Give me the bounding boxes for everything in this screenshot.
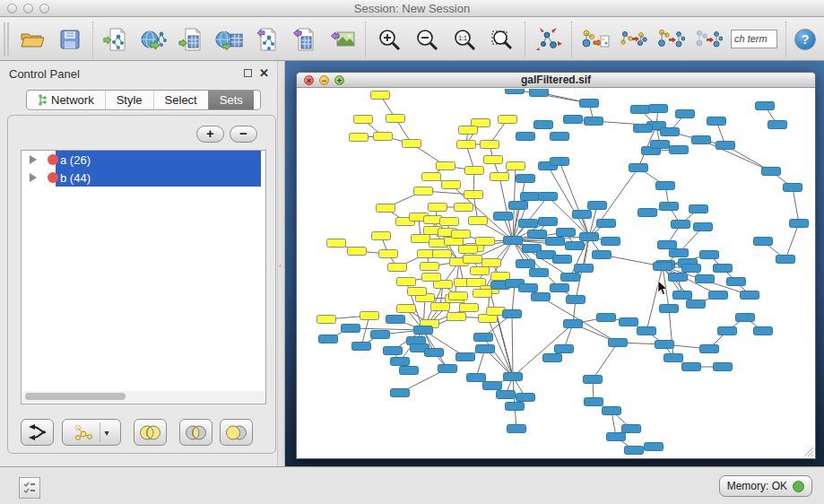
graph-node-selected[interactable] <box>459 246 478 254</box>
export-network-button[interactable] <box>252 24 282 55</box>
graph-node[interactable] <box>580 233 599 241</box>
graph-node[interactable] <box>756 102 775 110</box>
graph-node[interactable] <box>696 275 715 283</box>
graph-node-selected[interactable] <box>397 278 416 286</box>
graph-node[interactable] <box>352 343 371 351</box>
zoom-actual-button[interactable]: 1:1 <box>449 24 479 55</box>
graph-node[interactable] <box>516 175 535 183</box>
graph-node[interactable] <box>585 398 603 406</box>
graph-node[interactable] <box>551 284 569 292</box>
graph-node[interactable] <box>551 133 569 141</box>
graph-node[interactable] <box>528 230 547 239</box>
graph-node[interactable] <box>573 211 592 219</box>
graph-node-selected[interactable] <box>490 173 509 181</box>
graph-node-selected[interactable] <box>422 274 441 282</box>
graph-node[interactable] <box>687 300 706 308</box>
graph-node[interactable] <box>476 345 495 353</box>
graph-node-selected[interactable] <box>386 115 405 123</box>
export-image-button[interactable] <box>327 24 357 55</box>
graph-node-selected[interactable] <box>348 248 367 256</box>
graph-node[interactable] <box>474 334 493 342</box>
graph-node-selected[interactable] <box>484 156 503 164</box>
graph-node[interactable] <box>534 121 553 129</box>
graph-node-selected[interactable] <box>431 303 450 311</box>
graph-node[interactable] <box>506 89 525 94</box>
graph-node-selected[interactable] <box>499 116 517 124</box>
graph-node[interactable] <box>754 327 773 335</box>
graph-node[interactable] <box>638 327 656 335</box>
graph-node[interactable] <box>673 291 692 300</box>
graph-node-selected[interactable] <box>372 232 391 240</box>
graph-node[interactable] <box>762 168 781 176</box>
graph-node[interactable] <box>658 241 677 249</box>
graph-node[interactable] <box>638 209 657 217</box>
graph-node[interactable] <box>557 229 576 237</box>
graph-node[interactable] <box>319 335 338 343</box>
split-set-button[interactable] <box>21 419 54 446</box>
graph-node[interactable] <box>670 249 689 257</box>
graph-node-selected[interactable] <box>377 204 395 213</box>
import-network-url-button[interactable] <box>139 24 169 55</box>
graph-node[interactable] <box>714 363 733 371</box>
graph-node[interactable] <box>467 374 486 382</box>
graph-node[interactable] <box>575 265 594 273</box>
graph-node-selected[interactable] <box>388 264 407 272</box>
graph-node[interactable] <box>625 447 644 455</box>
graph-node[interactable] <box>516 260 535 268</box>
graph-node[interactable] <box>631 106 650 114</box>
zoom-out-button[interactable] <box>412 24 441 55</box>
copy-network-button[interactable] <box>580 24 610 55</box>
graph-node[interactable] <box>391 358 410 366</box>
splitter-grip-icon[interactable]: ‹ <box>279 262 284 270</box>
zoom-selected-button[interactable] <box>487 24 516 55</box>
dropdown-caret-icon[interactable]: ▾ <box>104 428 111 438</box>
difference-networks-button[interactable] <box>655 24 685 55</box>
set-list-item[interactable]: a (26) <box>22 151 265 169</box>
graph-node-selected[interactable] <box>327 239 346 248</box>
graph-node-selected[interactable] <box>457 141 476 149</box>
tab-sets[interactable]: Sets <box>208 91 254 109</box>
graph-node[interactable] <box>425 349 444 357</box>
graph-node[interactable] <box>494 213 513 221</box>
graph-node[interactable] <box>768 121 787 129</box>
graph-node[interactable] <box>597 314 616 322</box>
graph-node-selected[interactable] <box>481 141 499 149</box>
task-history-button[interactable] <box>19 477 40 499</box>
set-list-item[interactable]: b (44) <box>22 169 265 187</box>
graph-node-selected[interactable] <box>459 126 478 135</box>
graph-node-selected[interactable] <box>449 292 468 300</box>
graph-node[interactable] <box>509 202 528 210</box>
graph-node[interactable] <box>664 354 683 362</box>
apply-layout-button[interactable] <box>533 24 563 55</box>
expand-caret-icon[interactable] <box>30 173 37 182</box>
graph-node[interactable] <box>660 203 679 211</box>
horizontal-scrollbar[interactable] <box>23 391 264 402</box>
graph-node[interactable] <box>438 365 457 373</box>
graph-node-selected[interactable] <box>452 230 471 239</box>
graph-node[interactable] <box>519 284 538 292</box>
tab-style[interactable]: Style <box>105 91 153 109</box>
scrollbar-thumb[interactable] <box>25 393 126 400</box>
graph-node[interactable] <box>566 242 585 250</box>
resize-grip-icon[interactable] <box>802 446 813 456</box>
graph-node[interactable] <box>645 443 664 451</box>
set-row-selection[interactable]: a (26) <box>56 151 261 169</box>
graph-node[interactable] <box>629 164 648 172</box>
graph-node-selected[interactable] <box>354 116 373 124</box>
zoom-in-button[interactable] <box>374 24 403 55</box>
close-panel-icon[interactable]: ✕ <box>259 66 269 80</box>
add-set-button[interactable]: + <box>196 126 224 143</box>
import-network-file-button[interactable] <box>101 24 131 55</box>
graph-node[interactable] <box>564 320 583 328</box>
graph-node-selected[interactable] <box>447 313 466 321</box>
graph-node[interactable] <box>607 433 626 441</box>
graph-node[interactable] <box>660 305 679 313</box>
graph-node[interactable] <box>736 314 755 322</box>
intersection-networks-button[interactable] <box>693 24 723 55</box>
graph-node[interactable] <box>656 182 675 190</box>
graph-node[interactable] <box>516 133 535 141</box>
graph-node[interactable] <box>400 367 419 375</box>
graph-node-selected[interactable] <box>433 250 452 258</box>
intersection-sets-button[interactable] <box>179 419 213 446</box>
graph-node[interactable] <box>784 184 802 192</box>
